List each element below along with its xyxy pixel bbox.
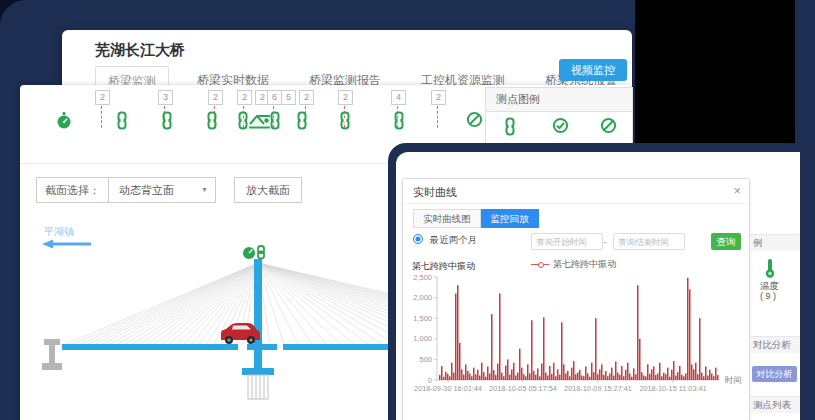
left-pier — [42, 339, 62, 370]
realtime-curve-window: 实时曲线 × 实时曲线图监控回放 最近两个月 - 查询 第七跨跨中振动 第七跨跨… — [388, 143, 815, 420]
dialog-tab-实时曲线图[interactable]: 实时曲线图 — [413, 209, 481, 228]
dialog-header: 实时曲线 × — [403, 179, 749, 204]
sensor-dash-line — [101, 106, 102, 128]
right-panel-fragment: 例 温度 ( 9 ) 对比分析 对比分析 测点列表 — [750, 152, 800, 420]
svg-text:2018-09-30 16:01:44: 2018-09-30 16:01:44 — [414, 384, 482, 393]
bridge-tower — [254, 259, 262, 368]
svg-text:1,000: 1,000 — [413, 334, 432, 343]
check-icon — [552, 117, 569, 138]
page-title: 芜湖长江大桥 — [95, 41, 185, 60]
svg-text:1,500: 1,500 — [413, 314, 432, 323]
svg-text:500: 500 — [419, 355, 432, 364]
legend-marker-icon — [531, 264, 549, 265]
dialog-tab-bar: 实时曲线图监控回放 — [413, 209, 539, 228]
sensor-count-badge[interactable]: 4 — [391, 90, 406, 105]
sensor-count-badge[interactable]: 2 — [431, 90, 446, 105]
sensor-count-badge[interactable]: 5 — [281, 90, 296, 105]
sensor-count-badge[interactable]: 2 — [299, 90, 314, 105]
query-controls: 最近两个月 - 查询 — [413, 233, 741, 251]
query-button[interactable]: 查询 — [711, 233, 741, 250]
chevron-down-icon: ▼ — [201, 178, 208, 202]
pile-cap — [242, 368, 274, 375]
radio-last-two-months[interactable] — [413, 234, 423, 244]
section-select-label: 截面选择： — [36, 177, 109, 203]
link-icon[interactable] — [161, 111, 173, 134]
link-icon[interactable] — [339, 111, 351, 134]
legend-label: 第七跨跨中振动 — [553, 258, 616, 271]
direction-arrow-icon — [42, 240, 91, 249]
compare-analysis-button[interactable]: 对比分析 — [752, 366, 797, 382]
compare-section-header: 对比分析 — [750, 336, 800, 353]
link-icon[interactable] — [296, 111, 308, 134]
sensor-count-badge[interactable]: 2 — [237, 90, 252, 105]
thermometer-icon — [764, 258, 776, 281]
svg-text:2018-10-15 11:03:41: 2018-10-15 11:03:41 — [639, 384, 706, 393]
section-select-value: 动态背立面 — [119, 184, 174, 196]
svg-text:2018-10-05 05:17:54: 2018-10-05 05:17:54 — [489, 384, 557, 393]
video-monitor-button[interactable]: 视频监控 — [559, 59, 627, 81]
radio-label: 最近两个月 — [430, 234, 478, 245]
bridge-side-label: 平湖镇 — [44, 226, 74, 237]
link-icon[interactable] — [393, 111, 405, 134]
dialog-title: 实时曲线 — [403, 186, 457, 198]
close-icon[interactable]: × — [733, 179, 741, 203]
chart-legend: 第七跨跨中振动 — [531, 258, 616, 271]
blank-video-area — [635, 0, 795, 143]
svg-text:时间: 时间 — [725, 375, 742, 385]
realtime-curve-dialog: 实时曲线 × 实时曲线图监控回放 最近两个月 - 查询 第七跨跨中振动 第七跨跨… — [402, 178, 750, 420]
enlarge-section-button[interactable]: 放大截面 — [234, 177, 302, 203]
link-icon[interactable] — [206, 111, 218, 134]
section-select-dropdown[interactable]: 动态背立面 ▼ — [109, 177, 216, 203]
dialog-tab-监控回放[interactable]: 监控回放 — [481, 209, 539, 228]
legend-header-fragment: 例 — [750, 234, 800, 251]
vibration-chart: 第七跨跨中振动 第七跨跨中振动 05001,0001,5002,0002,500… — [403, 257, 749, 420]
sensor-count-badge[interactable]: 6 — [267, 90, 282, 105]
sensor-count-badge[interactable]: 3 — [158, 90, 173, 105]
measure-point-legend-panel: 测点图例 — [485, 87, 633, 145]
chart-title: 第七跨跨中振动 — [412, 260, 475, 273]
query-end-time-input[interactable] — [613, 233, 685, 250]
temperature-count: ( 9 ) — [760, 291, 776, 301]
svg-text:2,000: 2,000 — [413, 293, 432, 302]
bridge-deck — [62, 344, 238, 350]
vibration-bar-chart: 05001,0001,5002,0002,5002018-09-30 16:01… — [403, 273, 749, 403]
sensor-count-badge[interactable]: 2 — [208, 90, 223, 105]
legend-panel-title: 测点图例 — [486, 88, 632, 112]
bearing-icon[interactable] — [248, 111, 271, 134]
ban-icon[interactable] — [466, 111, 483, 132]
pile-foundation — [248, 375, 268, 399]
range-separator: - — [599, 233, 611, 250]
svg-text:2,500: 2,500 — [413, 273, 432, 282]
sensor-dash-line — [437, 106, 438, 128]
link-icon[interactable] — [269, 111, 281, 134]
section-select-bar: 截面选择： 动态背立面 ▼ 放大截面 — [36, 177, 302, 203]
point-list-header: 测点列表 — [750, 396, 800, 413]
svg-text:2018-10-09 15:27:41: 2018-10-09 15:27:41 — [564, 384, 632, 393]
sensor-count-badge[interactable]: 2 — [95, 90, 110, 105]
gauge-icon[interactable] — [56, 111, 72, 134]
link-icon[interactable] — [116, 111, 128, 134]
ban-icon — [600, 117, 617, 138]
sensor-count-badge[interactable]: 2 — [338, 90, 353, 105]
link-icon — [504, 117, 516, 140]
query-start-time-input[interactable] — [531, 233, 603, 250]
